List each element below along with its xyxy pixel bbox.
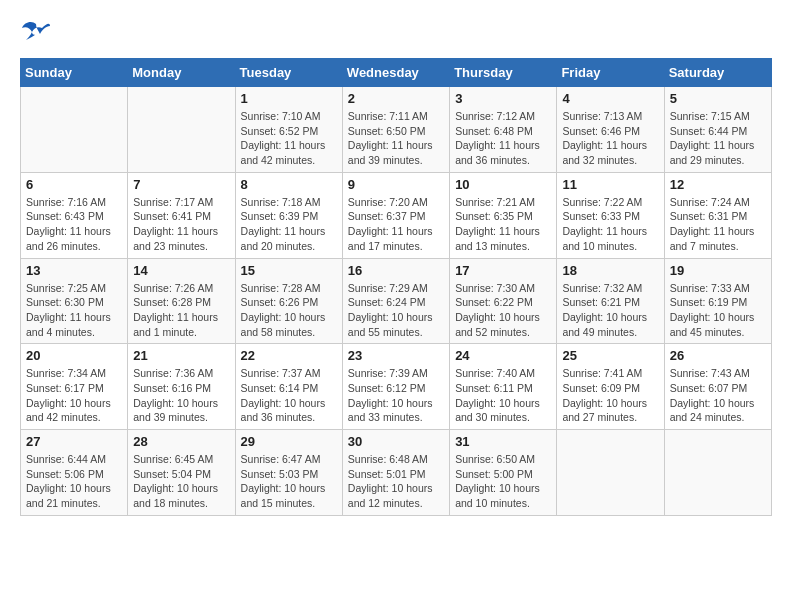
calendar-week-row: 27 Sunrise: 6:44 AM Sunset: 5:06 PM Dayl… — [21, 430, 772, 516]
calendar-day-cell: 11 Sunrise: 7:22 AM Sunset: 6:33 PM Dayl… — [557, 172, 664, 258]
calendar-day-cell: 2 Sunrise: 7:11 AM Sunset: 6:50 PM Dayli… — [342, 87, 449, 173]
day-info: Sunrise: 7:16 AM Sunset: 6:43 PM Dayligh… — [26, 195, 122, 254]
day-info: Sunrise: 7:41 AM Sunset: 6:09 PM Dayligh… — [562, 366, 658, 425]
calendar-day-cell: 31 Sunrise: 6:50 AM Sunset: 5:00 PM Dayl… — [450, 430, 557, 516]
day-info: Sunrise: 7:36 AM Sunset: 6:16 PM Dayligh… — [133, 366, 229, 425]
calendar-week-row: 6 Sunrise: 7:16 AM Sunset: 6:43 PM Dayli… — [21, 172, 772, 258]
column-header-sunday: Sunday — [21, 59, 128, 87]
calendar-day-cell: 9 Sunrise: 7:20 AM Sunset: 6:37 PM Dayli… — [342, 172, 449, 258]
column-header-friday: Friday — [557, 59, 664, 87]
column-header-saturday: Saturday — [664, 59, 771, 87]
day-number: 13 — [26, 263, 122, 278]
day-number: 15 — [241, 263, 337, 278]
calendar-table: SundayMondayTuesdayWednesdayThursdayFrid… — [20, 58, 772, 516]
day-info: Sunrise: 7:29 AM Sunset: 6:24 PM Dayligh… — [348, 281, 444, 340]
calendar-day-cell: 15 Sunrise: 7:28 AM Sunset: 6:26 PM Dayl… — [235, 258, 342, 344]
calendar-day-cell — [664, 430, 771, 516]
day-number: 17 — [455, 263, 551, 278]
day-info: Sunrise: 7:37 AM Sunset: 6:14 PM Dayligh… — [241, 366, 337, 425]
calendar-week-row: 13 Sunrise: 7:25 AM Sunset: 6:30 PM Dayl… — [21, 258, 772, 344]
calendar-day-cell: 25 Sunrise: 7:41 AM Sunset: 6:09 PM Dayl… — [557, 344, 664, 430]
day-number: 3 — [455, 91, 551, 106]
calendar-day-cell: 21 Sunrise: 7:36 AM Sunset: 6:16 PM Dayl… — [128, 344, 235, 430]
calendar-day-cell: 24 Sunrise: 7:40 AM Sunset: 6:11 PM Dayl… — [450, 344, 557, 430]
day-info: Sunrise: 7:25 AM Sunset: 6:30 PM Dayligh… — [26, 281, 122, 340]
day-number: 6 — [26, 177, 122, 192]
calendar-week-row: 20 Sunrise: 7:34 AM Sunset: 6:17 PM Dayl… — [21, 344, 772, 430]
day-info: Sunrise: 7:18 AM Sunset: 6:39 PM Dayligh… — [241, 195, 337, 254]
calendar-day-cell: 7 Sunrise: 7:17 AM Sunset: 6:41 PM Dayli… — [128, 172, 235, 258]
day-info: Sunrise: 7:20 AM Sunset: 6:37 PM Dayligh… — [348, 195, 444, 254]
calendar-day-cell: 22 Sunrise: 7:37 AM Sunset: 6:14 PM Dayl… — [235, 344, 342, 430]
calendar-day-cell: 26 Sunrise: 7:43 AM Sunset: 6:07 PM Dayl… — [664, 344, 771, 430]
calendar-day-cell: 16 Sunrise: 7:29 AM Sunset: 6:24 PM Dayl… — [342, 258, 449, 344]
day-number: 2 — [348, 91, 444, 106]
day-number: 5 — [670, 91, 766, 106]
day-info: Sunrise: 7:22 AM Sunset: 6:33 PM Dayligh… — [562, 195, 658, 254]
day-number: 14 — [133, 263, 229, 278]
day-number: 25 — [562, 348, 658, 363]
day-info: Sunrise: 7:12 AM Sunset: 6:48 PM Dayligh… — [455, 109, 551, 168]
day-number: 1 — [241, 91, 337, 106]
day-number: 16 — [348, 263, 444, 278]
day-number: 7 — [133, 177, 229, 192]
day-number: 9 — [348, 177, 444, 192]
day-info: Sunrise: 7:32 AM Sunset: 6:21 PM Dayligh… — [562, 281, 658, 340]
calendar-day-cell: 8 Sunrise: 7:18 AM Sunset: 6:39 PM Dayli… — [235, 172, 342, 258]
day-info: Sunrise: 7:17 AM Sunset: 6:41 PM Dayligh… — [133, 195, 229, 254]
calendar-day-cell: 12 Sunrise: 7:24 AM Sunset: 6:31 PM Dayl… — [664, 172, 771, 258]
day-number: 26 — [670, 348, 766, 363]
day-number: 10 — [455, 177, 551, 192]
logo — [20, 20, 50, 42]
day-info: Sunrise: 6:47 AM Sunset: 5:03 PM Dayligh… — [241, 452, 337, 511]
calendar-day-cell: 23 Sunrise: 7:39 AM Sunset: 6:12 PM Dayl… — [342, 344, 449, 430]
column-header-wednesday: Wednesday — [342, 59, 449, 87]
calendar-day-cell: 27 Sunrise: 6:44 AM Sunset: 5:06 PM Dayl… — [21, 430, 128, 516]
calendar-day-cell: 20 Sunrise: 7:34 AM Sunset: 6:17 PM Dayl… — [21, 344, 128, 430]
calendar-day-cell: 6 Sunrise: 7:16 AM Sunset: 6:43 PM Dayli… — [21, 172, 128, 258]
day-number: 20 — [26, 348, 122, 363]
calendar-day-cell: 13 Sunrise: 7:25 AM Sunset: 6:30 PM Dayl… — [21, 258, 128, 344]
day-number: 31 — [455, 434, 551, 449]
day-info: Sunrise: 6:44 AM Sunset: 5:06 PM Dayligh… — [26, 452, 122, 511]
day-number: 22 — [241, 348, 337, 363]
calendar-week-row: 1 Sunrise: 7:10 AM Sunset: 6:52 PM Dayli… — [21, 87, 772, 173]
day-info: Sunrise: 7:24 AM Sunset: 6:31 PM Dayligh… — [670, 195, 766, 254]
calendar-day-cell: 4 Sunrise: 7:13 AM Sunset: 6:46 PM Dayli… — [557, 87, 664, 173]
day-info: Sunrise: 7:33 AM Sunset: 6:19 PM Dayligh… — [670, 281, 766, 340]
day-info: Sunrise: 7:11 AM Sunset: 6:50 PM Dayligh… — [348, 109, 444, 168]
day-number: 4 — [562, 91, 658, 106]
day-number: 27 — [26, 434, 122, 449]
column-header-monday: Monday — [128, 59, 235, 87]
day-info: Sunrise: 7:43 AM Sunset: 6:07 PM Dayligh… — [670, 366, 766, 425]
day-number: 19 — [670, 263, 766, 278]
calendar-day-cell — [128, 87, 235, 173]
day-info: Sunrise: 6:48 AM Sunset: 5:01 PM Dayligh… — [348, 452, 444, 511]
day-number: 12 — [670, 177, 766, 192]
calendar-day-cell: 19 Sunrise: 7:33 AM Sunset: 6:19 PM Dayl… — [664, 258, 771, 344]
calendar-day-cell — [21, 87, 128, 173]
calendar-day-cell — [557, 430, 664, 516]
day-number: 18 — [562, 263, 658, 278]
day-number: 21 — [133, 348, 229, 363]
calendar-day-cell: 29 Sunrise: 6:47 AM Sunset: 5:03 PM Dayl… — [235, 430, 342, 516]
calendar-day-cell: 1 Sunrise: 7:10 AM Sunset: 6:52 PM Dayli… — [235, 87, 342, 173]
day-info: Sunrise: 7:15 AM Sunset: 6:44 PM Dayligh… — [670, 109, 766, 168]
calendar-day-cell: 5 Sunrise: 7:15 AM Sunset: 6:44 PM Dayli… — [664, 87, 771, 173]
calendar-day-cell: 30 Sunrise: 6:48 AM Sunset: 5:01 PM Dayl… — [342, 430, 449, 516]
day-info: Sunrise: 7:26 AM Sunset: 6:28 PM Dayligh… — [133, 281, 229, 340]
column-header-thursday: Thursday — [450, 59, 557, 87]
day-info: Sunrise: 7:39 AM Sunset: 6:12 PM Dayligh… — [348, 366, 444, 425]
calendar-day-cell: 18 Sunrise: 7:32 AM Sunset: 6:21 PM Dayl… — [557, 258, 664, 344]
day-number: 11 — [562, 177, 658, 192]
calendar-day-cell: 3 Sunrise: 7:12 AM Sunset: 6:48 PM Dayli… — [450, 87, 557, 173]
day-number: 8 — [241, 177, 337, 192]
calendar-header-row: SundayMondayTuesdayWednesdayThursdayFrid… — [21, 59, 772, 87]
day-info: Sunrise: 6:45 AM Sunset: 5:04 PM Dayligh… — [133, 452, 229, 511]
day-info: Sunrise: 6:50 AM Sunset: 5:00 PM Dayligh… — [455, 452, 551, 511]
day-number: 24 — [455, 348, 551, 363]
column-header-tuesday: Tuesday — [235, 59, 342, 87]
day-number: 29 — [241, 434, 337, 449]
day-info: Sunrise: 7:34 AM Sunset: 6:17 PM Dayligh… — [26, 366, 122, 425]
day-number: 23 — [348, 348, 444, 363]
